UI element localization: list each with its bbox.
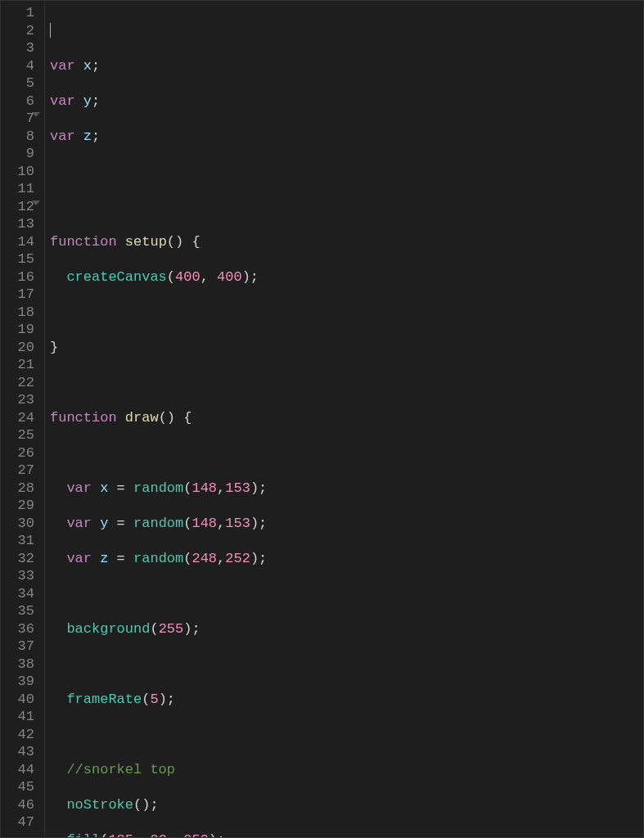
line-number: 9 — [1, 145, 44, 163]
line-number: 11 — [1, 180, 44, 198]
code-line[interactable] — [50, 304, 643, 322]
code-line[interactable]: frameRate(5); — [50, 691, 643, 709]
line-number: 26 — [1, 444, 44, 462]
line-number: 41 — [1, 708, 44, 726]
line-number: 30 — [1, 515, 44, 533]
code-line[interactable] — [50, 585, 643, 603]
code-line[interactable]: var z; — [50, 128, 643, 146]
line-number: 47 — [1, 813, 44, 831]
code-line[interactable]: //snorkel top — [50, 761, 643, 779]
line-number: 43 — [1, 743, 44, 761]
line-number: 23 — [1, 391, 44, 409]
line-number: 45 — [1, 778, 44, 796]
code-line[interactable] — [50, 163, 643, 181]
line-number: 8 — [1, 128, 44, 146]
code-line[interactable]: var z = random(248,252); — [50, 550, 643, 568]
code-line[interactable]: var x; — [50, 57, 643, 75]
line-number: 21 — [1, 356, 44, 374]
code-line[interactable]: background(255); — [50, 620, 643, 638]
code-line[interactable] — [50, 726, 643, 744]
line-number: 37 — [1, 638, 44, 656]
line-number: 25 — [1, 426, 44, 444]
line-number: 20 — [1, 339, 44, 357]
code-line[interactable] — [50, 374, 643, 392]
code-line[interactable]: fill(185, 22, 250); — [50, 831, 643, 839]
code-content-area[interactable]: var x; var y; var z; function setup() { … — [45, 1, 643, 837]
code-line[interactable]: function draw() { — [50, 409, 643, 427]
line-number: 46 — [1, 796, 44, 814]
line-number: 35 — [1, 602, 44, 620]
line-number: 36 — [1, 620, 44, 638]
line-number: 27 — [1, 462, 44, 480]
line-number: 31 — [1, 532, 44, 550]
line-number: 14 — [1, 233, 44, 251]
line-number: 10 — [1, 163, 44, 181]
line-number: 42 — [1, 726, 44, 744]
code-line[interactable] — [50, 444, 643, 462]
line-number: 3 — [1, 39, 44, 57]
line-number: 22 — [1, 374, 44, 392]
line-number: 18 — [1, 304, 44, 322]
code-line[interactable]: } — [50, 339, 643, 357]
code-line[interactable]: createCanvas(400, 400); — [50, 268, 643, 286]
code-line[interactable]: var y; — [50, 92, 643, 110]
line-number: 5 — [1, 74, 44, 92]
line-number: 44 — [1, 761, 44, 779]
line-number: 39 — [1, 673, 44, 691]
line-number: 38 — [1, 656, 44, 674]
code-line[interactable] — [50, 198, 643, 216]
line-number: 33 — [1, 567, 44, 585]
code-line[interactable] — [50, 22, 643, 40]
line-number: 15 — [1, 250, 44, 268]
line-number: 16 — [1, 268, 44, 286]
line-number: 28 — [1, 480, 44, 498]
line-number: 29 — [1, 497, 44, 515]
code-editor[interactable]: 1234567891011121314151617181920212223242… — [1, 1, 643, 837]
code-line[interactable] — [50, 656, 643, 674]
line-number: 24 — [1, 409, 44, 427]
line-number: 13 — [1, 215, 44, 233]
line-number: 12 — [1, 198, 44, 216]
line-number: 40 — [1, 691, 44, 709]
fold-chevron-icon[interactable] — [32, 200, 40, 205]
line-number: 32 — [1, 550, 44, 568]
text-cursor — [50, 23, 51, 38]
line-number: 2 — [1, 22, 44, 40]
line-number: 1 — [1, 4, 44, 22]
line-number: 34 — [1, 585, 44, 603]
code-line[interactable]: noStroke(); — [50, 796, 643, 814]
line-number-gutter: 1234567891011121314151617181920212223242… — [1, 1, 45, 837]
line-number: 19 — [1, 321, 44, 339]
code-line[interactable]: var y = random(148,153); — [50, 515, 643, 533]
line-number: 6 — [1, 92, 44, 110]
code-line[interactable]: function setup() { — [50, 233, 643, 251]
fold-chevron-icon[interactable] — [32, 112, 40, 117]
line-number: 4 — [1, 57, 44, 75]
line-number: 7 — [1, 110, 44, 128]
line-number: 17 — [1, 286, 44, 304]
code-line[interactable]: var x = random(148,153); — [50, 480, 643, 498]
